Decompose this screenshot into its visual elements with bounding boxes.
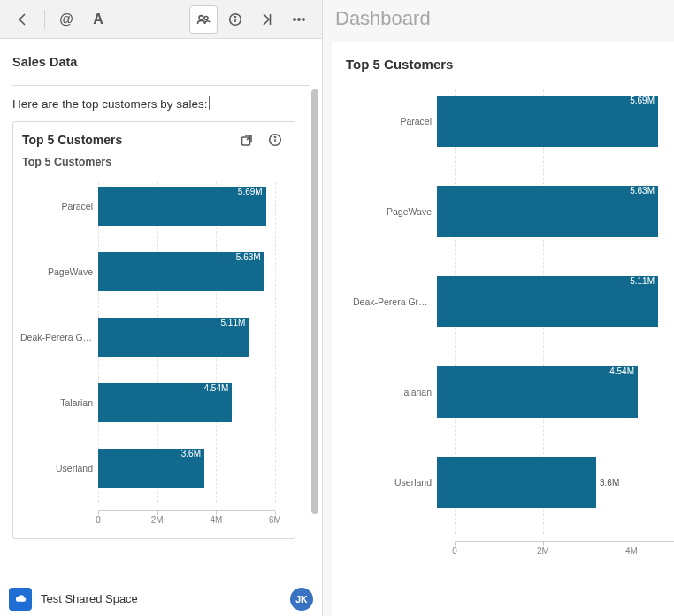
paragraph-text: Here are the top customers by sales: <box>12 97 208 111</box>
data-label: 5.63M <box>630 186 655 196</box>
category-label: PageWave <box>353 206 437 217</box>
data-label: 5.11M <box>630 276 655 286</box>
space-name[interactable]: Test Shared Space <box>41 592 138 605</box>
data-label: 5.69M <box>630 96 655 105</box>
text-caret <box>209 96 210 110</box>
bar[interactable]: 5.11M <box>98 318 249 357</box>
cloud-icon[interactable] <box>9 588 32 611</box>
chart-row: Userland3.6M <box>20 444 287 492</box>
x-axis: 02M4M6M <box>98 510 275 526</box>
chart-row: PageWave5.63M <box>20 248 287 296</box>
info-button[interactable] <box>221 5 249 34</box>
data-label: 3.6M <box>181 449 201 458</box>
more-button[interactable] <box>285 5 313 34</box>
tick-label: 0 <box>96 515 101 525</box>
chart-row: Talarian4.54M <box>20 379 287 427</box>
svg-point-6 <box>294 18 295 19</box>
category-label: Talarian <box>20 397 98 408</box>
chart-plot: Paracel5.69MPageWave5.63MDeak-Perera Gro… <box>20 182 287 535</box>
paragraph[interactable]: Here are the top customers by sales: <box>12 91 304 119</box>
chart-row: PageWave5.63M <box>353 180 658 243</box>
bar[interactable]: 5.11M <box>437 276 658 327</box>
text-style-button[interactable]: A <box>84 5 112 34</box>
bar[interactable]: 4.54M <box>98 383 232 422</box>
chart-row: Deak-Perera Group.5.11M <box>20 313 287 361</box>
svg-point-12 <box>275 137 276 138</box>
dashboard-chart-title: Top 5 Customers <box>346 57 665 72</box>
svg-point-0 <box>199 15 203 19</box>
chart-row: Deak-Perera Group.5.11M <box>353 270 658 334</box>
data-label: 5.63M <box>236 252 261 262</box>
chart-row: Paracel5.69M <box>20 182 287 230</box>
data-label: 5.11M <box>221 318 246 327</box>
tick-label: 0 <box>452 546 457 556</box>
data-label: 4.54M <box>204 383 229 393</box>
scrollbar[interactable] <box>310 89 320 612</box>
collaborators-button[interactable] <box>189 5 218 34</box>
chart-row: Paracel5.69M <box>353 89 658 153</box>
x-axis: 02M4M <box>455 541 674 557</box>
scrollbar-thumb[interactable] <box>311 89 318 514</box>
svg-point-8 <box>303 18 304 19</box>
category-label: Talarian <box>353 387 437 397</box>
svg-point-7 <box>298 18 300 19</box>
footer-bar: Test Shared Space JK <box>0 581 322 616</box>
chart-row: Userland3.6M <box>353 450 658 514</box>
embedded-chart-card: Top 5 Customers Top 5 Customers Paracel5… <box>12 121 295 539</box>
bar[interactable]: 5.69M <box>98 187 266 226</box>
bar[interactable]: 3.6M <box>98 449 204 488</box>
svg-point-4 <box>235 16 236 17</box>
card-title: Top 5 Customers <box>22 133 229 147</box>
editor-body[interactable]: Here are the top customers by sales: Top… <box>0 86 322 616</box>
bar[interactable]: 5.63M <box>437 186 658 237</box>
bar[interactable] <box>437 457 596 508</box>
embedded-chart: Paracel5.69MPageWave5.63MDeak-Perera Gro… <box>13 182 295 535</box>
card-subtitle: Top 5 Customers <box>13 154 295 173</box>
bar[interactable]: 5.63M <box>98 252 264 291</box>
separator <box>44 10 45 29</box>
category-label: Userland <box>353 477 437 488</box>
category-label: Userland <box>20 463 98 474</box>
user-avatar[interactable]: JK <box>290 588 313 611</box>
category-label: Paracel <box>353 116 437 127</box>
data-label: 4.54M <box>609 366 634 376</box>
tick-label: 4M <box>210 515 222 525</box>
svg-point-1 <box>204 16 208 19</box>
tick-label: 6M <box>269 515 281 525</box>
bar[interactable]: 4.54M <box>437 366 638 418</box>
data-label: 3.6M <box>600 478 619 488</box>
document-title: Sales Data <box>12 55 310 69</box>
category-label: Paracel <box>20 201 98 212</box>
editor-toolbar: @ A <box>0 0 322 39</box>
tick-label: 4M <box>625 546 638 556</box>
back-button[interactable] <box>9 5 37 34</box>
bar[interactable]: 5.69M <box>437 96 658 147</box>
share-icon[interactable] <box>236 129 257 150</box>
dashboard-chart-plot: Paracel5.69MPageWave5.63MDeak-Perera Gro… <box>353 89 658 566</box>
category-label: Deak-Perera Group. <box>353 296 437 307</box>
tick-label: 2M <box>537 546 549 556</box>
data-label: 5.69M <box>238 187 263 196</box>
chart-row: Talarian4.54M <box>353 360 658 424</box>
mention-button[interactable]: @ <box>52 5 80 34</box>
skip-end-button[interactable] <box>253 5 281 34</box>
dashboard-title: Dashboard <box>323 0 674 39</box>
dashboard-chart-card: Top 5 Customers Paracel5.69MPageWave5.63… <box>332 42 674 616</box>
category-label: PageWave <box>20 266 98 277</box>
tick-label: 2M <box>151 515 164 525</box>
card-info-icon[interactable] <box>264 129 286 150</box>
category-label: Deak-Perera Group. <box>20 332 98 343</box>
